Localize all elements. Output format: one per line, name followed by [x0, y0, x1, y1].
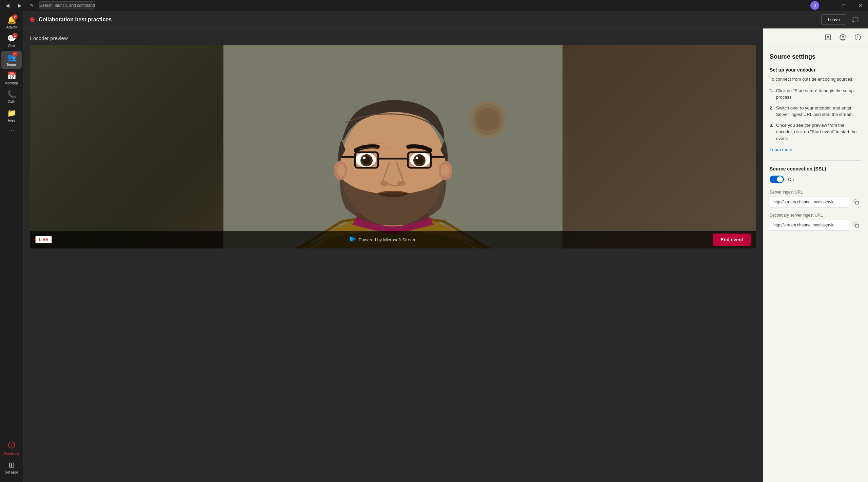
search-bar[interactable]: Search, launch, and command: [39, 1, 95, 9]
server-url-label: Server ingest URL: [770, 190, 861, 195]
leave-button[interactable]: Leave: [822, 15, 846, 24]
activity-badge: 2: [12, 14, 18, 20]
sidebar-item-files[interactable]: 📁 Files: [1, 107, 22, 125]
setup-encoder-title: Set up your encoder: [770, 67, 861, 73]
back-button[interactable]: ◀: [3, 1, 12, 10]
sidebar-item-teams[interactable]: 👥 1 Teams: [1, 51, 22, 69]
sidebar-item-activity[interactable]: 🔔 2 Activity: [1, 14, 22, 32]
settings-icon[interactable]: [837, 32, 848, 43]
ssl-on-label: On: [788, 177, 794, 182]
sidebar-item-label-get-apps: Get apps: [5, 470, 19, 475]
video-bottom-bar: LIVE Powered by Microsoft Stream End eve…: [30, 231, 756, 248]
instruction-2: 2. Switch over to your encoder, and ente…: [770, 105, 861, 118]
compose-button[interactable]: ✎: [27, 1, 37, 10]
title-bar: ◀ ▶ ✎ Search, launch, and command U — □ …: [0, 0, 868, 11]
video-container: LIVE Powered by Microsoft Stream End eve…: [30, 45, 756, 248]
secondary-url-input[interactable]: [770, 220, 849, 230]
activity-icon: 🔔 2: [7, 16, 16, 24]
titlebar-left: ◀ ▶ ✎ Search, launch, and command: [3, 1, 95, 10]
svg-point-26: [441, 164, 449, 177]
source-panel: Source settings Set up your encoder To c…: [763, 28, 868, 482]
teams-icon: 👥 1: [7, 53, 16, 62]
svg-point-22: [397, 181, 406, 186]
svg-point-24: [337, 164, 345, 177]
sidebar-item-label-chat: Chat: [8, 44, 15, 48]
chat-toggle-button[interactable]: [850, 14, 861, 25]
close-button[interactable]: ✕: [852, 0, 868, 11]
svg-point-16: [416, 157, 418, 159]
chat-badge: 1: [12, 33, 18, 38]
svg-point-21: [380, 181, 389, 186]
instruction-3: 3. Once you see the preview from the enc…: [770, 122, 861, 142]
end-event-button[interactable]: End event: [713, 234, 751, 246]
secondary-url-copy-button[interactable]: [851, 220, 861, 230]
svg-point-33: [842, 37, 844, 38]
questions-icon[interactable]: [823, 32, 833, 43]
sidebar-item-feedback[interactable]: Feedback: [1, 439, 22, 458]
source-settings-content: Source settings Set up your encoder To c…: [763, 46, 868, 482]
sidebar-item-chat[interactable]: 💬 1 Chat: [1, 32, 22, 50]
toggle-row: On: [770, 176, 861, 183]
svg-point-11: [363, 157, 366, 159]
svg-point-29: [476, 108, 500, 132]
sidebar-item-get-apps[interactable]: ⊞ Get apps: [1, 459, 22, 477]
instruction-1: 1. Click on "Start setup" to begin the s…: [770, 87, 861, 101]
calls-icon: 📞: [7, 90, 16, 99]
live-indicator: [30, 17, 35, 22]
person-image: [30, 45, 756, 248]
minimize-button[interactable]: —: [820, 0, 835, 11]
sidebar-item-label-meetings: Meetings: [5, 81, 19, 85]
instruction-2-num: 2.: [770, 105, 773, 118]
content-area: Collaboration best practices Leave Encod…: [23, 11, 868, 482]
powered-by-text: Powered by Microsoft Stream: [52, 235, 713, 244]
event-title: Collaboration best practices: [39, 17, 112, 23]
content-header: Collaboration best practices Leave: [23, 11, 868, 28]
ssl-title: Source connection (SSL): [770, 166, 861, 172]
instruction-3-text: Once you see the preview from the encode…: [776, 122, 861, 142]
server-url-input[interactable]: [770, 197, 849, 207]
powered-by-label: Powered by Microsoft Stream: [359, 237, 417, 242]
stream-icon: [349, 235, 356, 244]
forward-button[interactable]: ▶: [15, 1, 24, 10]
chat-icon: 💬 1: [7, 34, 16, 43]
svg-rect-38: [855, 224, 859, 227]
svg-point-2: [11, 446, 12, 446]
instruction-2-text: Switch over to your encoder, and enter S…: [776, 105, 861, 118]
main-content: Encoder preview: [23, 28, 868, 482]
meetings-icon: 📅: [7, 72, 16, 80]
instruction-list: 1. Click on "Start setup" to begin the s…: [770, 87, 861, 142]
info-icon[interactable]: [852, 32, 863, 43]
sidebar-bottom: Feedback ⊞ Get apps: [1, 439, 22, 482]
instruction-1-num: 1.: [770, 87, 773, 101]
secondary-url-label: Secondary server ingest URL: [770, 213, 861, 218]
maximize-button[interactable]: □: [836, 0, 852, 11]
sidebar-item-label-teams: Teams: [6, 63, 16, 67]
sidebar-item-label-feedback: Feedback: [4, 452, 19, 456]
get-apps-icon: ⊞: [8, 461, 15, 469]
avatar[interactable]: U: [810, 1, 819, 10]
sidebar-item-calls[interactable]: 📞 Calls: [1, 88, 22, 106]
section-divider: [770, 160, 861, 161]
instruction-3-num: 3.: [770, 122, 773, 142]
more-icon: ···: [8, 127, 15, 133]
sidebar-item-meetings[interactable]: 📅 Meetings: [1, 69, 22, 87]
video-panel: Encoder preview: [23, 28, 763, 482]
server-url-copy-button[interactable]: [851, 197, 861, 207]
instruction-1-text: Click on "Start setup" to begin the setu…: [776, 87, 861, 101]
sidebar-item-label-calls: Calls: [8, 100, 15, 104]
ssl-toggle[interactable]: [770, 176, 784, 183]
live-badge: LIVE: [35, 236, 52, 243]
search-placeholder: Search, launch, and command: [40, 3, 95, 8]
sidebar: 🔔 2 Activity 💬 1 Chat 👥 1 Teams 📅 Meetin…: [0, 11, 23, 482]
svg-rect-37: [855, 201, 859, 204]
learn-more-link[interactable]: Learn more: [770, 147, 861, 152]
sidebar-item-more[interactable]: ···: [1, 125, 22, 135]
source-panel-tabs: [763, 28, 868, 46]
sidebar-item-label-activity: Activity: [6, 25, 17, 29]
source-settings-title: Source settings: [770, 53, 861, 60]
video-preview: [30, 45, 756, 248]
feedback-icon: [8, 441, 15, 451]
secondary-url-row: [770, 220, 861, 230]
svg-marker-31: [352, 236, 356, 242]
teams-badge: 1: [12, 52, 18, 57]
